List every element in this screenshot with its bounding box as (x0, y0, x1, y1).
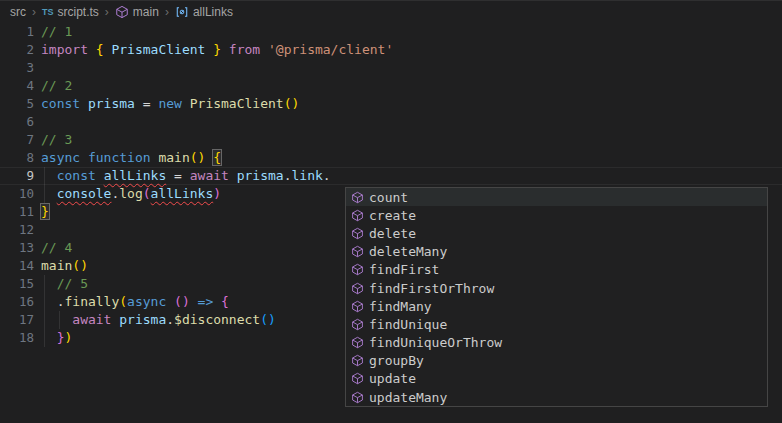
breadcrumb-item-main[interactable]: main (115, 5, 159, 19)
indent-guide (44, 275, 45, 347)
code-token: ( (119, 294, 127, 309)
code-line[interactable]: 8async function main() { (0, 149, 782, 167)
suggestion-item-groupBy[interactable]: groupBy (346, 352, 767, 370)
code-line-content: const prisma = new PrismaClient() (41, 95, 299, 113)
code-token: PrismaClient (111, 42, 213, 57)
code-token: log (119, 186, 142, 201)
code-token: import (41, 42, 96, 57)
line-number: 13 (0, 239, 34, 257)
ts-file-icon: TS (42, 7, 54, 17)
symbol-method-icon (349, 245, 365, 259)
suggestion-item-findMany[interactable]: findMany (346, 297, 767, 315)
suggestion-label: findMany (369, 299, 432, 314)
symbol-method-icon (349, 208, 365, 222)
suggestion-item-count[interactable]: count (346, 188, 767, 206)
suggestion-item-findFirst[interactable]: findFirst (346, 261, 767, 279)
code-token: PrismaClient (190, 96, 284, 111)
breadcrumb-item-srcipt.ts[interactable]: TSsrcipt.ts (42, 5, 99, 19)
breadcrumb: src›TSsrcipt.ts›main›allLinks (0, 1, 782, 23)
line-number: 14 (0, 257, 34, 275)
line-number: 6 (0, 113, 34, 131)
code-token: () (174, 294, 190, 309)
code-token: async (127, 294, 174, 309)
line-number: 3 (0, 59, 34, 77)
breadcrumb-separator: › (105, 5, 109, 19)
suggestion-label: groupBy (369, 353, 424, 368)
code-line[interactable]: 2import { PrismaClient } from '@prisma/c… (0, 41, 782, 59)
autocomplete-suggest-widget: countcreatedeletedeleteManyfindFirstfind… (345, 187, 768, 407)
code-token (213, 294, 221, 309)
line-number: 9 (0, 167, 34, 185)
code-token: // 5 (57, 276, 88, 291)
code-line-current[interactable]: 9 const allLinks = await prisma.link. (0, 167, 782, 185)
code-token: () (190, 150, 206, 165)
code-token (41, 312, 72, 327)
code-token: '@prisma/client' (268, 42, 393, 57)
code-line[interactable]: 5const prisma = new PrismaClient() (0, 95, 782, 113)
code-token: // 4 (41, 240, 72, 255)
code-line[interactable]: 7// 3 (0, 131, 782, 149)
line-number: 11 (0, 203, 34, 221)
code-line-content: main() (41, 257, 88, 275)
suggestion-item-findUniqueOrThrow[interactable]: findUniqueOrThrow (346, 334, 767, 352)
suggestion-label: delete (369, 226, 416, 241)
code-line-content: // 1 (41, 23, 72, 41)
line-number: 1 (0, 23, 34, 41)
code-token: console (57, 186, 112, 201)
code-token: allLinks (151, 186, 214, 201)
code-line-content: console.log(allLinks) (41, 185, 221, 203)
code-line-content: } (41, 203, 49, 221)
code-token: const (57, 168, 104, 183)
symbol-method-icon (349, 281, 365, 295)
suggestion-item-update[interactable]: update (346, 370, 767, 388)
line-number: 12 (0, 221, 34, 239)
breadcrumb-item-label: main (133, 5, 159, 19)
code-token: main (41, 258, 72, 273)
code-token: main (158, 150, 189, 165)
code-token (190, 294, 198, 309)
suggestion-label: findUnique (369, 317, 447, 332)
code-token: allLinks (104, 168, 167, 183)
code-token: new (158, 96, 189, 111)
breadcrumb-item-allLinks[interactable]: allLinks (175, 5, 233, 19)
line-number: 2 (0, 41, 34, 59)
code-token: () (284, 96, 300, 111)
code-line[interactable]: 1// 1 (0, 23, 782, 41)
code-token: finally (64, 294, 119, 309)
breadcrumb-item-label: allLinks (193, 5, 233, 19)
symbol-method-icon (349, 354, 365, 368)
code-line-content: }) (41, 329, 72, 347)
symbol-method-icon (349, 336, 365, 350)
suggestion-item-create[interactable]: create (346, 206, 767, 224)
code-token: => (198, 294, 214, 309)
breadcrumb-item-label: src (10, 5, 26, 19)
code-token: ) (213, 186, 221, 201)
code-line-content: await prisma.$disconnect() (41, 311, 276, 329)
suggestion-label: updateMany (369, 390, 447, 405)
indent-guide (59, 311, 60, 329)
code-line-content: // 2 (41, 77, 72, 95)
code-token: = (166, 168, 189, 183)
code-token: await (190, 168, 237, 183)
code-token: } (41, 204, 49, 219)
code-line[interactable]: 4// 2 (0, 77, 782, 95)
suggestion-item-delete[interactable]: delete (346, 224, 767, 242)
code-line[interactable]: 3 (0, 59, 782, 77)
code-token: // 3 (41, 132, 72, 147)
breadcrumb-item-src[interactable]: src (10, 5, 26, 19)
suggestion-item-updateMany[interactable]: updateMany (346, 388, 767, 406)
code-token: const (41, 96, 88, 111)
symbol-method-icon (349, 190, 365, 204)
suggestion-item-findFirstOrThrow[interactable]: findFirstOrThrow (346, 279, 767, 297)
code-line[interactable]: 6 (0, 113, 782, 131)
suggestion-item-findUnique[interactable]: findUnique (346, 315, 767, 333)
suggestion-label: update (369, 371, 416, 386)
code-token: { (221, 294, 229, 309)
code-token: from (229, 42, 268, 57)
suggestion-label: findFirst (369, 262, 439, 277)
code-line-content: // 3 (41, 131, 72, 149)
line-number: 10 (0, 185, 34, 203)
line-number: 8 (0, 149, 34, 167)
suggestion-item-deleteMany[interactable]: deleteMany (346, 243, 767, 261)
code-line-content: const allLinks = await prisma.link. (41, 167, 331, 185)
